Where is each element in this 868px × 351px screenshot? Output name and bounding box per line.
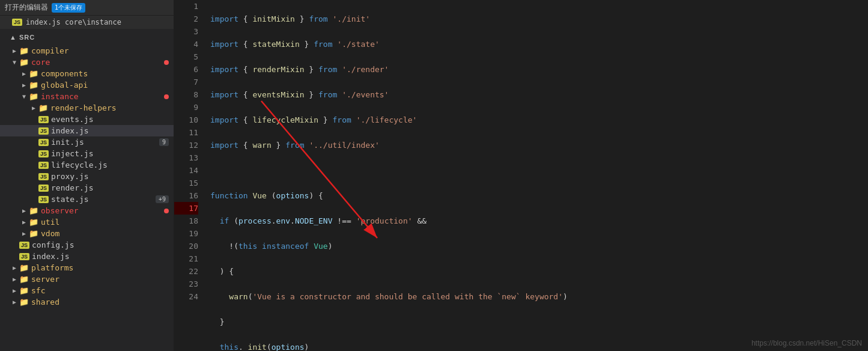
label-config-js: config.js [32, 240, 174, 249]
code-line-8: function Vue (options) { [210, 189, 868, 202]
label-init-js: init.js [51, 138, 159, 147]
line-num-5: 5 [174, 50, 198, 63]
tree-item-sfc[interactable]: ▶ 📁 sfc [0, 285, 174, 296]
sidebar-header-label: 打开的编辑器 [5, 2, 48, 13]
line-num-18: 18 [174, 215, 198, 227]
watermark: https://blog.csdn.net/HiSen_CSDN [751, 339, 862, 347]
code-line-12: warn('Vue is a constructor and should be… [210, 290, 868, 303]
tree-item-observer[interactable]: ▶ 📁 observer [0, 205, 174, 216]
tree-item-global-api[interactable]: ▶ 📁 global-api [0, 79, 174, 91]
folder-icon-server: 📁 [19, 275, 29, 284]
sidebar: 打开的编辑器 1个未保存 JS index.js core\instance ▲… [0, 0, 174, 351]
tree-item-events-js[interactable]: ▶ JS events.js [0, 114, 174, 125]
tree-item-server[interactable]: ▶ 📁 server [0, 273, 174, 285]
code-content: import { initMixin } from './init' impor… [204, 0, 868, 351]
tree-item-shared[interactable]: ▶ 📁 shared [0, 296, 174, 308]
line-num-4: 4 [174, 38, 198, 50]
label-shared: shared [31, 298, 174, 307]
label-server: server [31, 275, 174, 284]
line-num-11: 11 [174, 126, 198, 139]
folder-icon-observer: 📁 [29, 206, 38, 215]
tree-item-config-js[interactable]: ▶ JS config.js [0, 239, 174, 251]
code-line-3: import { renderMixin } from './render' [210, 63, 868, 76]
tree-item-vdom[interactable]: ▶ 📁 vdom [0, 228, 174, 239]
label-lifecycle-js: lifecycle.js [51, 160, 174, 169]
arrow-server: ▶ [10, 276, 19, 282]
tree-item-render-js[interactable]: ▶ JS render.js [0, 182, 174, 194]
unsaved-badge: 1个未保存 [52, 3, 85, 13]
label-components: components [41, 69, 174, 78]
observer-dot [164, 209, 169, 213]
open-file-label: index.js core\instance [26, 18, 121, 26]
tree-item-platforms[interactable]: ▶ 📁 platforms [0, 262, 174, 273]
code-line-2: import { stateMixin } from './state' [210, 38, 868, 50]
js-file-icon: JS [12, 19, 22, 26]
folder-icon-compiler: 📁 [19, 46, 29, 55]
tree-item-inject-js[interactable]: ▶ JS inject.js [0, 148, 174, 159]
tree-item-core[interactable]: ▼ 📁 core [0, 56, 174, 68]
arrow-util: ▶ [19, 219, 29, 225]
tree-item-lifecycle-js[interactable]: ▶ JS lifecycle.js [0, 159, 174, 171]
arrow-components: ▶ [19, 70, 29, 77]
label-vdom: vdom [41, 229, 174, 238]
line-num-3: 3 [174, 25, 198, 38]
tree-item-render-helpers[interactable]: ▶ 📁 render-helpers [0, 102, 174, 114]
tree-item-init-js[interactable]: ▶ JS init.js 9 [0, 136, 174, 148]
label-proxy-js: proxy.js [51, 172, 174, 181]
label-state-js: state.js [51, 195, 156, 204]
tree-item-util[interactable]: ▶ 📁 util [0, 216, 174, 228]
line-num-14: 14 [174, 164, 198, 177]
line-num-15: 15 [174, 177, 198, 189]
label-core: core [31, 58, 164, 67]
line-num-2: 2 [174, 13, 198, 25]
code-line-7 [210, 164, 868, 177]
line-num-21: 21 [174, 252, 198, 265]
tree-item-index-js[interactable]: ▶ JS index.js [0, 125, 174, 136]
code-line-1: import { initMixin } from './init' [210, 13, 868, 25]
file-tree: ▶ 📁 compiler ▼ 📁 core ▶ 📁 components ▶ 📁… [0, 43, 174, 351]
code-line-11: ) { [210, 265, 868, 278]
tree-item-state-js[interactable]: ▶ JS state.js +9 [0, 194, 174, 205]
line-num-8: 8 [174, 88, 198, 101]
folder-icon-vdom: 📁 [29, 229, 38, 238]
js-icon-proxy: JS [38, 173, 49, 180]
folder-icon-instance: 📁 [29, 92, 38, 101]
folder-icon-core: 📁 [19, 58, 29, 67]
arrow-render-helpers: ▶ [29, 105, 38, 111]
folder-icon-util: 📁 [29, 218, 38, 227]
line-num-10: 10 [174, 114, 198, 126]
tree-item-instance[interactable]: ▼ 📁 instance [0, 91, 174, 102]
js-icon-config: JS [19, 242, 29, 249]
folder-icon-components: 📁 [29, 69, 38, 78]
label-instance: instance [41, 92, 164, 101]
line-num-13: 13 [174, 151, 198, 164]
code-line-9: if (process.env.NODE_ENV !== 'production… [210, 215, 868, 227]
tree-item-proxy-js[interactable]: ▶ JS proxy.js [0, 171, 174, 182]
code-line-5: import { lifecycleMixin } from './lifecy… [210, 114, 868, 126]
js-icon-init: JS [38, 139, 49, 146]
line-num-7: 7 [174, 76, 198, 88]
tree-item-root-index-js[interactable]: ▶ JS index.js [0, 251, 174, 262]
arrow-instance: ▼ [19, 93, 29, 100]
label-render-js: render.js [51, 183, 174, 192]
line-num-24: 24 [174, 290, 198, 303]
open-file-item[interactable]: JS index.js core\instance [0, 16, 174, 29]
tree-item-components[interactable]: ▶ 📁 components [0, 68, 174, 79]
line-num-12: 12 [174, 139, 198, 151]
label-global-api: global-api [41, 81, 174, 90]
label-index-js: index.js [51, 126, 174, 135]
js-icon-inject: JS [38, 150, 49, 157]
js-icon-state: JS [38, 196, 49, 203]
js-icon-render: JS [38, 185, 49, 192]
line-num-16: 16 [174, 189, 198, 202]
folder-icon-global-api: 📁 [29, 81, 38, 90]
label-render-helpers: render-helpers [50, 103, 174, 112]
js-icon-lifecycle: JS [38, 162, 49, 169]
line-num-23: 23 [174, 278, 198, 290]
label-util: util [41, 218, 174, 227]
src-section-label: ▲ SRC [5, 31, 40, 43]
sidebar-header: 打开的编辑器 1个未保存 [0, 0, 174, 16]
code-line-4: import { eventsMixin } from './events' [210, 88, 868, 101]
tree-item-compiler[interactable]: ▶ 📁 compiler [0, 45, 174, 56]
label-platforms: platforms [31, 263, 174, 272]
